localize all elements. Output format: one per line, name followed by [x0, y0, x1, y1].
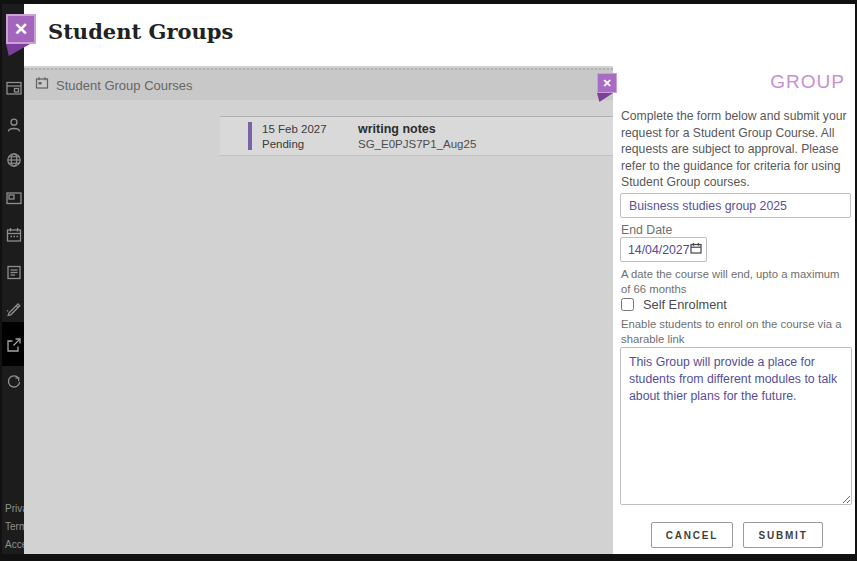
globe-icon[interactable]	[5, 151, 23, 169]
end-date-value: 14/04/2027	[628, 243, 690, 257]
group-description-textarea[interactable]: This Group will provide a place for stud…	[620, 347, 852, 505]
profile-icon[interactable]	[5, 116, 23, 134]
share-icon[interactable]	[5, 336, 23, 354]
close-page-button[interactable]: ✕	[6, 14, 36, 56]
self-enrolment-label[interactable]: Self Enrolment	[643, 297, 727, 312]
window-icon[interactable]	[5, 189, 23, 207]
panel-heading: GROUP	[770, 71, 845, 93]
end-date-help: A date the course will end, upto a maxim…	[621, 267, 847, 297]
end-date-label: End Date	[621, 223, 672, 237]
accessibility-link[interactable]: Accessibility	[5, 539, 24, 550]
badge-fold	[597, 93, 613, 102]
page-header: Student Groups	[24, 4, 855, 66]
page-title: Student Groups	[48, 19, 233, 44]
group-name-input[interactable]	[620, 193, 851, 218]
row-status-accent	[248, 122, 252, 150]
marker-icon[interactable]	[5, 299, 23, 317]
row-date: 15 Feb 2027	[262, 122, 327, 137]
close-icon-small: ✕	[602, 78, 611, 89]
content-area: Student Group Courses 15 Feb 2027 Pendin…	[24, 66, 613, 554]
panels-icon[interactable]	[5, 79, 23, 97]
base-nav-sidebar: Privacy Terms Accessibility	[2, 4, 24, 554]
panel-intro-text: Complete the form below and submit your …	[621, 108, 854, 191]
cancel-button[interactable]: CANCEL	[651, 522, 733, 548]
group-request-panel: GROUP Complete the form below and submit…	[613, 66, 855, 554]
row-status: Pending	[262, 137, 327, 152]
privacy-link[interactable]: Privacy	[5, 503, 24, 514]
calendar-icon[interactable]	[5, 226, 23, 244]
close-panel-button[interactable]: ✕	[597, 73, 617, 102]
document-icon[interactable]	[5, 263, 23, 281]
app-window: Privacy Terms Accessibility Student Grou…	[0, 0, 857, 561]
self-enrolment-checkbox[interactable]	[621, 298, 634, 311]
row-title: writing notes	[358, 122, 476, 137]
submit-button[interactable]: SUBMIT	[743, 522, 823, 548]
ribbon-fold	[6, 44, 30, 56]
courses-calendar-icon	[35, 76, 49, 94]
terms-link[interactable]: Terms	[5, 521, 24, 532]
end-date-input[interactable]: 14/04/2027	[620, 237, 707, 262]
self-enrolment-help: Enable students to enrol on the course v…	[621, 317, 851, 347]
course-request-row[interactable]: 15 Feb 2027 Pending writing notes SG_E0P…	[220, 116, 613, 156]
close-icon: ✕	[14, 21, 28, 38]
row-code: SG_E0PJS7P1_Aug25	[358, 137, 476, 152]
return-icon[interactable]	[5, 373, 23, 391]
date-picker-calendar-icon[interactable]	[690, 242, 702, 257]
bar-title: Student Group Courses	[56, 78, 193, 93]
student-group-courses-bar: Student Group Courses	[24, 68, 613, 100]
